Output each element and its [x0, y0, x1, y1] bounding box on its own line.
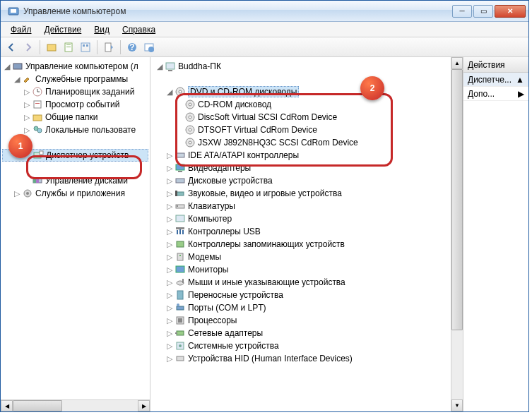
category-icon: [175, 315, 186, 326]
menu-help[interactable]: Справка: [117, 23, 161, 36]
device-category[interactable]: ▷Контроллеры USB: [155, 225, 459, 238]
disc-icon: [184, 124, 196, 136]
tree-local-users[interactable]: ▷ Локальные пользовате: [2, 124, 148, 136]
scroll-down-button[interactable]: ▼: [451, 399, 463, 411]
tree-task-scheduler[interactable]: ▷ Планировщик заданий: [2, 85, 148, 98]
scroll-right-button[interactable]: ▶: [138, 400, 150, 411]
svg-rect-24: [33, 179, 36, 183]
expand-icon[interactable]: ▷: [165, 253, 175, 262]
tree-shared-folders[interactable]: ▷ Общие папки: [2, 111, 148, 124]
actions-panel: Действия Диспетче... ▲ Допо... ▶: [463, 57, 528, 411]
expand-icon[interactable]: ▷: [165, 354, 175, 363]
expand-icon[interactable]: ▷: [22, 126, 32, 135]
properties-button[interactable]: [61, 40, 76, 55]
svg-rect-57: [177, 306, 184, 310]
expand-icon[interactable]: ▷: [22, 88, 32, 97]
device-category[interactable]: ▷Мониторы: [155, 263, 459, 276]
expand-icon[interactable]: ▷: [165, 151, 175, 160]
category-icon: [175, 264, 186, 275]
scroll-left-button[interactable]: ◀: [1, 400, 13, 411]
close-button[interactable]: ✕: [495, 5, 526, 18]
export-button[interactable]: [101, 40, 117, 55]
device-item[interactable]: CD-ROM дисковод: [155, 98, 459, 111]
device-item[interactable]: DTSOFT Virtual CdRom Device: [155, 124, 459, 136]
device-category[interactable]: ▷Видеоадаптеры: [155, 162, 459, 174]
scroll-thumb[interactable]: [13, 400, 62, 411]
category-dvd-cdrom[interactable]: ◢ DVD и CD-ROM дисководы: [155, 85, 459, 98]
device-category[interactable]: ▷Дисковые устройства: [155, 174, 459, 187]
expand-icon[interactable]: ▷: [165, 176, 175, 186]
expand-icon[interactable]: ▷: [22, 100, 32, 109]
expand-icon[interactable]: ▷: [165, 316, 175, 325]
expand-icon[interactable]: ▷: [165, 278, 175, 287]
svg-point-33: [189, 103, 191, 106]
device-category[interactable]: ▷Устройства HID (Human Interface Devices…: [155, 352, 459, 365]
scroll-track[interactable]: [13, 400, 138, 411]
tree-root-computer-mgmt[interactable]: ◢ Управление компьютером (л: [2, 60, 148, 73]
actions-header: Действия: [463, 57, 528, 73]
help-button[interactable]: ?: [124, 40, 140, 55]
refresh-button[interactable]: [141, 40, 157, 55]
collapse-icon[interactable]: ◢: [155, 62, 165, 71]
expand-icon[interactable]: ▷: [165, 202, 175, 211]
scroll-thumb[interactable]: [451, 69, 463, 330]
menu-action[interactable]: Действие: [39, 23, 88, 36]
device-category[interactable]: ▷Контроллеры запоминающих устройств: [155, 238, 459, 251]
tree-services-apps[interactable]: ▷ Службы и приложения: [2, 187, 148, 200]
maximize-button[interactable]: ▭: [473, 5, 493, 18]
collapse-icon[interactable]: ◢: [2, 62, 12, 71]
device-category[interactable]: ▷Компьютер: [155, 212, 459, 225]
device-category[interactable]: ▷Мыши и иные указывающие устройства: [155, 276, 459, 289]
device-category[interactable]: ▷IDE ATA/ATAPI контроллеры: [155, 149, 459, 162]
category-icon: [175, 302, 186, 313]
device-item[interactable]: JSXW J892N8HQ3C SCSI CdRom Device: [155, 136, 459, 149]
list-button[interactable]: [78, 40, 93, 55]
folder-icon: [32, 112, 43, 123]
expand-icon[interactable]: ▷: [165, 265, 175, 275]
tree-event-viewer[interactable]: ▷ Просмотр событий: [2, 98, 148, 111]
actions-context-band[interactable]: Диспетче... ▲: [463, 73, 528, 87]
collapse-icon[interactable]: ◢: [12, 75, 22, 84]
expand-icon[interactable]: ▷: [165, 303, 175, 313]
device-category[interactable]: ▷Порты (COM и LPT): [155, 301, 459, 314]
tree-label: Планировщик заданий: [45, 87, 134, 97]
device-category[interactable]: ▷Звуковые, видео и игровые устройства: [155, 187, 459, 200]
expand-icon[interactable]: ▷: [165, 329, 175, 338]
tree-device-manager[interactable]: Диспетчер устройств: [2, 149, 148, 162]
device-root[interactable]: ◢ Buddha-ПК: [155, 60, 459, 73]
back-button[interactable]: [4, 40, 19, 55]
expand-icon[interactable]: ▷: [165, 227, 175, 236]
svg-point-27: [26, 192, 29, 195]
tree-system-tools[interactable]: ◢ Служебные программы: [2, 73, 148, 85]
minimize-button[interactable]: ─: [452, 5, 472, 18]
expand-icon[interactable]: ▷: [165, 189, 175, 198]
device-category[interactable]: ▷Сетевые адаптеры: [155, 327, 459, 339]
expand-icon[interactable]: ▷: [165, 164, 175, 173]
tree-disk-management[interactable]: Управление дисками: [2, 174, 148, 187]
up-button[interactable]: [44, 40, 59, 55]
svg-rect-8: [86, 44, 88, 47]
device-category[interactable]: ▷Системные устройства: [155, 339, 459, 352]
scroll-track[interactable]: [451, 69, 463, 399]
menu-file[interactable]: Файл: [5, 23, 37, 36]
actions-more[interactable]: Допо... ▶: [463, 87, 528, 101]
device-category[interactable]: ▷Процессоры: [155, 314, 459, 327]
expand-icon[interactable]: ▷: [165, 291, 175, 300]
center-vertical-scrollbar[interactable]: ▲ ▼: [451, 57, 463, 411]
device-category[interactable]: ▷Клавиатуры: [155, 200, 459, 212]
forward-button[interactable]: [20, 40, 36, 55]
expand-icon[interactable]: ▷: [165, 215, 175, 224]
scroll-up-button[interactable]: ▲: [451, 57, 463, 69]
device-category[interactable]: ▷Переносные устройства: [155, 289, 459, 301]
menu-view[interactable]: Вид: [88, 23, 115, 36]
svg-point-31: [179, 90, 182, 93]
expand-icon[interactable]: ▷: [165, 342, 175, 351]
left-horizontal-scrollbar[interactable]: ◀ ▶: [1, 399, 150, 411]
expand-icon[interactable]: ▷: [165, 240, 175, 249]
expand-icon[interactable]: ▷: [12, 189, 22, 198]
expand-icon[interactable]: ▷: [22, 113, 32, 122]
collapse-icon[interactable]: ◢: [165, 88, 175, 97]
center-panel: ◢ Buddha-ПК ◢ DVD и CD-ROM дисководы CD-…: [150, 57, 463, 411]
device-item[interactable]: DiscSoft Virtual SCSI CdRom Device: [155, 111, 459, 124]
device-category[interactable]: ▷Модемы: [155, 251, 459, 263]
